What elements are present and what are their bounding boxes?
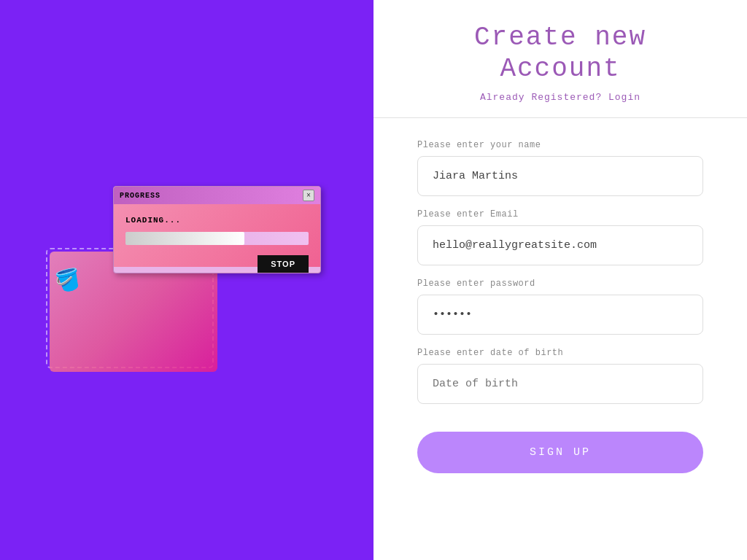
right-panel: Create new Account Already Registered? L… bbox=[374, 0, 747, 560]
signup-form: Please enter your name Please enter Emai… bbox=[374, 118, 747, 560]
progress-titlebar: PROGRESS × bbox=[114, 187, 320, 204]
progress-title: PROGRESS bbox=[120, 192, 160, 200]
email-field-group: Please enter Email bbox=[417, 209, 703, 265]
password-field-group: Please enter password bbox=[417, 279, 703, 335]
email-label: Please enter Email bbox=[417, 209, 703, 219]
right-header: Create new Account Already Registered? L… bbox=[374, 0, 747, 118]
loading-text: LOADING... bbox=[125, 216, 309, 225]
dob-field-group: Please enter date of birth bbox=[417, 348, 703, 404]
dob-label: Please enter date of birth bbox=[417, 348, 703, 358]
name-label: Please enter your name bbox=[417, 140, 703, 150]
close-button[interactable]: × bbox=[303, 190, 314, 201]
email-input[interactable] bbox=[417, 225, 703, 265]
signup-button[interactable]: SIGN UP bbox=[417, 432, 703, 473]
progress-window: PROGRESS × LOADING... STOP bbox=[113, 186, 321, 273]
password-input[interactable] bbox=[417, 295, 703, 335]
stop-button[interactable]: STOP bbox=[258, 255, 309, 273]
name-input[interactable] bbox=[417, 156, 703, 196]
progress-bar-container bbox=[125, 232, 309, 245]
dob-input[interactable] bbox=[417, 364, 703, 404]
left-panel: 🪣 PROGRESS × LOADING... STOP bbox=[0, 0, 374, 560]
already-registered-link[interactable]: Already Registered? Login bbox=[388, 92, 732, 103]
name-field-group: Please enter your name bbox=[417, 140, 703, 196]
password-label: Please enter password bbox=[417, 279, 703, 289]
page-title: Create new Account bbox=[388, 22, 732, 85]
progress-bar-fill bbox=[125, 232, 244, 245]
login-link[interactable]: Already Registered? Login bbox=[480, 92, 640, 103]
progress-body: LOADING... STOP bbox=[114, 204, 320, 267]
